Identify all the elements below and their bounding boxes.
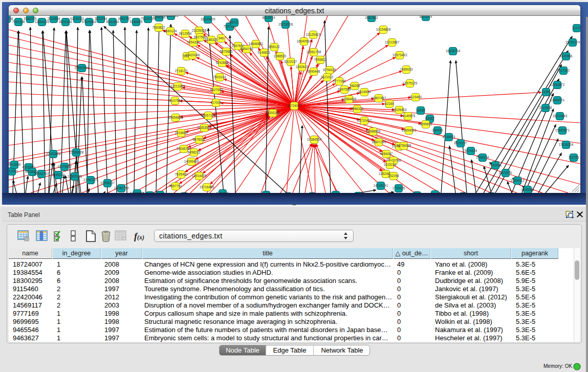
svg-text:8816184: 8816184 [59, 20, 72, 24]
svg-text:16782759: 16782759 [114, 186, 129, 190]
svg-text:14846821: 14846821 [249, 42, 264, 46]
svg-text:23300205: 23300205 [266, 111, 280, 115]
svg-text:19218506: 19218506 [278, 23, 293, 26]
svg-text:9498222: 9498222 [188, 150, 201, 154]
svg-text:6030564: 6030564 [106, 20, 119, 24]
svg-text:3832764: 3832764 [95, 17, 107, 20]
svg-text:14149575: 14149575 [401, 114, 416, 118]
svg-text:23226058: 23226058 [192, 29, 207, 32]
svg-text:17016504: 17016504 [559, 143, 574, 146]
svg-text:16107554: 16107554 [168, 99, 183, 102]
svg-text:62160: 62160 [385, 102, 394, 105]
svg-text:7955812: 7955812 [314, 58, 327, 61]
svg-text:1145134: 1145134 [52, 173, 65, 177]
svg-text:1916685: 1916685 [175, 131, 188, 135]
svg-text:9227342: 9227342 [557, 69, 570, 72]
svg-text:12213987: 12213987 [385, 40, 400, 44]
svg-text:11595: 11595 [541, 90, 551, 94]
svg-text:1588520: 1588520 [274, 54, 287, 58]
svg-text:8813014: 8813014 [263, 16, 275, 19]
svg-text:7632621: 7632621 [489, 163, 502, 167]
svg-text:15716485: 15716485 [200, 185, 214, 189]
svg-text:14914479: 14914479 [192, 174, 207, 178]
svg-text:8660124: 8660124 [164, 29, 177, 33]
svg-text:10756928: 10756928 [397, 144, 411, 147]
svg-text:9115460: 9115460 [409, 95, 422, 99]
svg-text:14136141: 14136141 [374, 184, 388, 187]
svg-text:1054332: 1054332 [187, 40, 200, 44]
svg-text:116753: 116753 [569, 156, 579, 159]
svg-text:3624554: 3624554 [358, 90, 371, 94]
svg-text:6990448: 6990448 [308, 70, 320, 73]
svg-text:23420046: 23420046 [185, 53, 200, 57]
svg-text:16648794: 16648794 [446, 49, 461, 53]
svg-text:7803144: 7803144 [213, 75, 226, 79]
svg-text:83482: 83482 [425, 117, 434, 120]
svg-text:2935134: 2935134 [476, 156, 489, 159]
svg-text:5322037: 5322037 [285, 60, 297, 63]
svg-text:10046784: 10046784 [177, 147, 191, 150]
svg-text:7986322: 7986322 [351, 107, 364, 111]
svg-text:18807249: 18807249 [372, 140, 386, 144]
svg-text:7485003: 7485003 [400, 68, 413, 71]
svg-text:6794028: 6794028 [323, 68, 336, 72]
svg-text:2615594: 2615594 [48, 17, 60, 20]
svg-text:6879197: 6879197 [454, 141, 467, 145]
svg-text:9657791: 9657791 [169, 184, 182, 188]
svg-text:14099489: 14099489 [184, 160, 199, 163]
svg-text:16210643: 16210643 [553, 114, 568, 118]
svg-text:4953767: 4953767 [118, 17, 131, 20]
svg-text:9146821: 9146821 [258, 51, 271, 54]
svg-text:7663822: 7663822 [153, 26, 165, 29]
svg-text:8471676: 8471676 [499, 171, 512, 174]
svg-text:19654923: 19654923 [402, 128, 417, 132]
svg-text:7001338: 7001338 [12, 20, 25, 24]
svg-text:2087682: 2087682 [365, 16, 378, 19]
svg-text:10654112: 10654112 [510, 179, 525, 182]
svg-text:35721: 35721 [230, 20, 239, 24]
svg-text:9245652: 9245652 [521, 188, 534, 191]
svg-text:546: 546 [219, 36, 224, 40]
svg-text:17957223: 17957223 [83, 178, 98, 182]
svg-text:252254: 252254 [388, 174, 399, 178]
svg-text:12975125: 12975125 [403, 81, 418, 85]
svg-text:1621022: 1621022 [321, 75, 334, 79]
svg-text:19654885: 19654885 [168, 116, 183, 119]
svg-text:5875685: 5875685 [220, 50, 233, 53]
svg-text:94801845: 94801845 [164, 16, 179, 17]
svg-text:12358928: 12358928 [69, 150, 84, 154]
svg-text:3215938: 3215938 [539, 106, 552, 110]
svg-text:21364436: 21364436 [342, 97, 357, 101]
svg-text:57525534: 57525534 [82, 20, 97, 24]
svg-text:8186328: 8186328 [205, 38, 218, 41]
svg-text:12444151: 12444151 [550, 98, 565, 102]
svg-text:9329966: 9329966 [560, 54, 573, 58]
svg-text:417004: 417004 [210, 101, 222, 104]
svg-text:15720407: 15720407 [357, 119, 372, 122]
svg-text:16033809: 16033809 [201, 17, 215, 21]
svg-text:13267130: 13267130 [201, 114, 216, 117]
svg-text:8454749: 8454749 [241, 47, 253, 51]
svg-text:11121: 11121 [573, 26, 580, 30]
svg-text:10807487: 10807487 [372, 96, 386, 100]
svg-text:3912954: 3912954 [179, 32, 192, 35]
svg-text:144095: 144095 [432, 128, 443, 132]
svg-text:12942737: 12942737 [34, 172, 49, 176]
svg-text:18724007: 18724007 [287, 104, 302, 107]
svg-text:12505135: 12505135 [68, 174, 82, 178]
svg-text:5238849: 5238849 [130, 20, 143, 24]
svg-text:1615112: 1615112 [384, 163, 397, 166]
svg-text:10154808: 10154808 [376, 28, 391, 31]
svg-text:855122: 855122 [269, 45, 280, 49]
svg-text:19384554: 19384554 [307, 138, 322, 141]
svg-text:2718170: 2718170 [175, 69, 188, 73]
svg-text:6497568: 6497568 [338, 87, 351, 91]
svg-text:15692971: 15692971 [555, 128, 570, 132]
svg-text:47631165: 47631165 [428, 192, 442, 193]
svg-text:1733426: 1733426 [393, 186, 405, 190]
svg-text:10961758: 10961758 [307, 50, 321, 54]
svg-text:3913594: 3913594 [9, 163, 21, 166]
svg-text:1362615: 1362615 [296, 65, 309, 69]
svg-text:15751074: 15751074 [565, 40, 580, 44]
svg-text:10973493: 10973493 [393, 53, 407, 57]
